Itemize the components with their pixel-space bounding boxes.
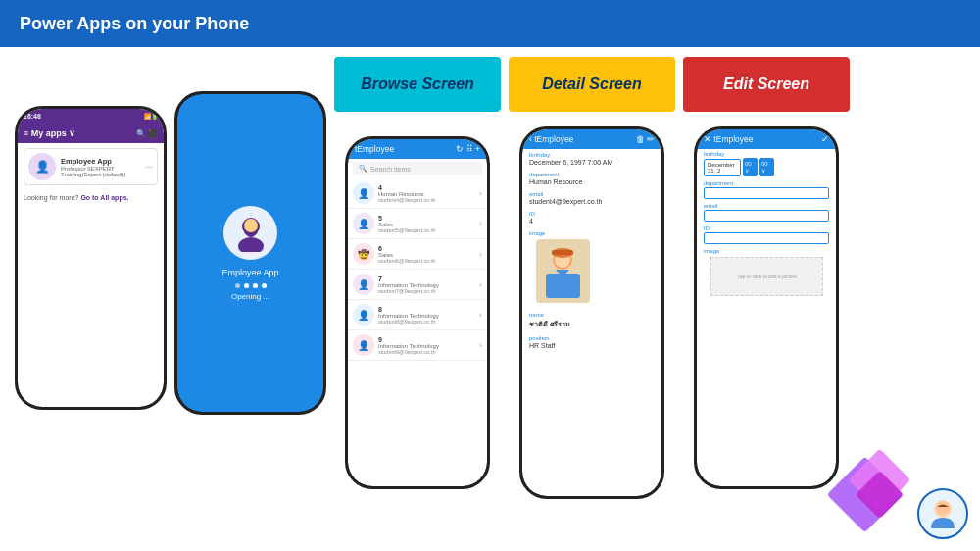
- dot4: [262, 283, 267, 288]
- browse-icons: ↻ ⠿ +: [456, 144, 480, 154]
- dot1: [235, 283, 240, 288]
- app-name: Employee App: [61, 157, 140, 166]
- edit-dept-field: department: [697, 178, 836, 201]
- browse-item-4[interactable]: 👤 4 Human Resource student4@9expert.co.t…: [348, 178, 487, 209]
- item7-info: 7 Information Technology student7@9exper…: [378, 276, 475, 294]
- browse-search-bar[interactable]: 🔍 Search items: [353, 162, 482, 175]
- detail-position-field: position HR Staff: [522, 332, 662, 352]
- browse-item-6[interactable]: 🤠 6 Sales student6@9expert.co.th ›: [348, 239, 487, 270]
- browse-column: Browse Screen tEmployee ↻ ⠿ + 🔍 Search i…: [334, 57, 501, 489]
- edit-birthday-label: birthday: [704, 151, 829, 157]
- browse-title: tEmployee: [355, 144, 394, 154]
- search-icon: 🔍: [359, 165, 368, 173]
- item8-avatar: 👤: [353, 304, 374, 326]
- expert-person-icon: [923, 494, 962, 533]
- browse-screen-label: Browse Screen: [334, 57, 501, 112]
- detail-image-label: image: [529, 230, 655, 236]
- svg-point-10: [936, 501, 950, 515]
- go-to-all-apps-link[interactable]: Go to All apps.: [80, 194, 128, 201]
- edit-date-input[interactable]: December 31, 2: [704, 159, 741, 176]
- item4-info: 4 Human Resource student4@9expert.co.th: [378, 184, 475, 203]
- edit-image-field: image Tap or click to add a picture: [697, 246, 836, 301]
- app-sub2: Training(Expert (default)): [61, 172, 140, 177]
- detail-birthday-field: birthday December 6, 1997 7:00 AM: [522, 149, 662, 169]
- edit-dept-label: department: [704, 180, 829, 186]
- detail-id-label: ID: [529, 211, 655, 217]
- detail-id-field: ID 4: [522, 208, 662, 227]
- detail-name-label: name: [529, 312, 655, 318]
- item5-arrow: ›: [479, 220, 482, 228]
- detail-birthday-label: birthday: [529, 152, 655, 158]
- svg-rect-5: [546, 274, 580, 298]
- edit-image-label: image: [704, 248, 829, 254]
- detail-icons: 🗑 ✏: [636, 134, 655, 144]
- browse-item-7[interactable]: 👤 7 Information Technology student7@9exp…: [348, 270, 487, 300]
- browse-item-5[interactable]: 👤 5 Sales student5@9expert.co.th ›: [348, 209, 487, 239]
- edit-image-hint: Tap or click to add a picture: [737, 274, 797, 279]
- detail-screen-label: Detail Screen: [509, 57, 675, 112]
- edit-header: ✕ tEmployee ✓: [697, 129, 836, 149]
- svg-point-1: [238, 237, 264, 252]
- item6-avatar: 🤠: [353, 243, 374, 265]
- dot2: [244, 283, 249, 288]
- detail-name-value: ชาติดี ศรีราม: [529, 319, 655, 329]
- phone1-time: 16:48: [24, 113, 41, 120]
- detail-header: ‹ tEmployee 🗑 ✏: [522, 129, 662, 149]
- edit-email-field: email: [697, 201, 836, 224]
- edit-birthday-field: birthday December 31, 2 00 ∨ 00 ∨: [697, 149, 836, 178]
- edit-email-label: email: [704, 203, 829, 209]
- phone2-opening-text: Opening ...: [231, 292, 270, 301]
- edit-id-input[interactable]: [704, 232, 829, 244]
- page-title: Power Apps on your Phone: [20, 14, 249, 34]
- detail-email-label: email: [529, 191, 655, 197]
- edit-column: Edit Screen ✕ tEmployee ✓ birthday Decem…: [683, 57, 850, 489]
- phone1-frame: 16:48 📶🔋 ≡ My apps ∨ 🔍 ⬛ 👤 Employee App …: [15, 106, 167, 410]
- phone4-screen: ‹ tEmployee 🗑 ✏ birthday December 6, 199…: [522, 129, 662, 496]
- edit-close-icon[interactable]: ✕ tEmployee: [704, 134, 754, 144]
- phone3-frame: tEmployee ↻ ⠿ + 🔍 Search items 👤 4 Human…: [345, 136, 490, 489]
- phone1-nav-title: ≡ My apps ∨: [24, 128, 75, 138]
- item7-arrow: ›: [479, 280, 482, 289]
- detail-back-icon[interactable]: ‹ tEmployee: [529, 134, 573, 144]
- item8-info: 8 Information Technology student8@9exper…: [378, 306, 475, 325]
- page-header: Power Apps on your Phone: [0, 0, 980, 47]
- phone1-looking: Looking for more? Go to All apps.: [18, 190, 164, 205]
- detail-email-field: email student4@9expert.co.th: [522, 188, 662, 208]
- item4-arrow: ›: [479, 189, 482, 198]
- edit-image-placeholder[interactable]: Tap or click to add a picture: [710, 257, 823, 296]
- person-icon: [231, 213, 270, 252]
- detail-image-placeholder: [536, 239, 590, 303]
- dot3: [253, 283, 258, 288]
- phone5-frame: ✕ tEmployee ✓ birthday December 31, 2 00…: [694, 126, 839, 489]
- phone2-app-avatar: [223, 206, 277, 260]
- app-avatar: 👤: [28, 153, 56, 180]
- edit-birthday-picker: December 31, 2 00 ∨ 00 ∨: [704, 158, 829, 176]
- svg-rect-8: [552, 250, 573, 255]
- phone2-screen: Employee App Opening ...: [177, 94, 323, 412]
- edit-dept-input[interactable]: [704, 187, 829, 199]
- detail-position-label: position: [529, 335, 655, 341]
- edit-hour-select[interactable]: 00 ∨: [743, 158, 758, 176]
- item8-arrow: ›: [479, 311, 482, 320]
- item5-avatar: 👤: [353, 213, 374, 234]
- detail-image-field: image: [522, 227, 662, 309]
- phone1-app-card[interactable]: 👤 Employee App Professor 9EXPERT Trainin…: [24, 148, 158, 185]
- edit-min-select[interactable]: 00 ∨: [760, 158, 774, 176]
- phone4-frame: ‹ tEmployee 🗑 ✏ birthday December 6, 199…: [519, 126, 664, 499]
- edit-check-icon[interactable]: ✓: [821, 134, 829, 144]
- detail-name-field: name ชาติดี ศรีราม: [522, 309, 662, 332]
- edit-id-field: ID: [697, 224, 836, 246]
- phone1-status-bar: 16:48 📶🔋: [18, 109, 164, 124]
- powerapps-logo-area: [833, 453, 911, 531]
- app-more-icon[interactable]: ···: [145, 162, 153, 173]
- powerapps-diamonds: [833, 453, 911, 531]
- browse-header: tEmployee ↻ ⠿ +: [348, 139, 487, 159]
- phone1-nav-icons: 🔍 ⬛: [136, 129, 158, 138]
- item6-arrow: ›: [479, 250, 482, 259]
- browse-item-8[interactable]: 👤 8 Information Technology student8@9exp…: [348, 300, 487, 330]
- edit-email-input[interactable]: [704, 210, 829, 222]
- item6-info: 6 Sales student6@9expert.co.th: [378, 245, 475, 264]
- phone1-nav[interactable]: ≡ My apps ∨ 🔍 ⬛: [18, 124, 164, 143]
- detail-birthday-value: December 6, 1997 7:00 AM: [529, 159, 655, 166]
- browse-item-9[interactable]: 👤 9 Information Technology student9@9exp…: [348, 330, 487, 361]
